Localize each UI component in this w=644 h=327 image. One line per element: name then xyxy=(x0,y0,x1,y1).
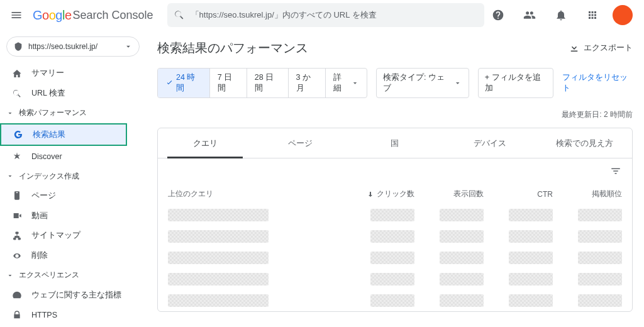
redacted-query xyxy=(168,230,269,243)
bell-icon xyxy=(555,9,567,21)
redacted-value xyxy=(440,230,484,243)
sidebar-label: ウェブに関する主な指標 xyxy=(31,290,121,301)
redacted-value xyxy=(578,230,622,243)
download-icon xyxy=(569,42,580,53)
col-impressions[interactable]: 表示回数 xyxy=(414,189,484,199)
lock-icon xyxy=(12,310,22,320)
help-button[interactable] xyxy=(487,4,509,26)
google-wordmark: Google xyxy=(33,8,72,23)
export-button[interactable]: エクスポート xyxy=(569,42,633,53)
sidebar-item-cwv[interactable]: ウェブに関する主な指標 xyxy=(0,285,135,304)
sidebar-section-experience[interactable]: エクスペリエンス xyxy=(0,267,146,284)
notifications-button[interactable] xyxy=(550,4,572,26)
dimension-tab[interactable]: 国 xyxy=(348,128,443,158)
col-query[interactable]: 上位のクエリ xyxy=(168,189,345,199)
menu-button[interactable] xyxy=(5,4,28,26)
redacted-value xyxy=(440,273,484,285)
redacted-value xyxy=(578,209,622,221)
redacted-value xyxy=(509,252,553,264)
col-position[interactable]: 掲載順位 xyxy=(553,189,622,199)
table-row[interactable] xyxy=(158,226,632,247)
add-filter-button[interactable]: + フィルタを追加 xyxy=(478,68,553,98)
sidebar-label: 動画 xyxy=(31,211,48,221)
check-icon xyxy=(165,79,174,87)
date-range-option[interactable]: 24 時間 xyxy=(158,69,210,97)
add-filter-label: + フィルタを追加 xyxy=(485,72,547,94)
table-row[interactable] xyxy=(158,204,632,226)
date-range-option[interactable]: 7 日間 xyxy=(210,69,247,97)
chevron-down-icon xyxy=(351,79,359,87)
search-type-label: 検索タイプ: ウェブ xyxy=(383,72,450,94)
sidebar-item-discover[interactable]: Discover xyxy=(0,147,135,166)
g-logo-icon xyxy=(13,130,23,140)
chevron-down-icon xyxy=(6,272,14,279)
redacted-value xyxy=(578,294,622,307)
dimension-tab[interactable]: クエリ xyxy=(158,128,253,158)
redacted-value xyxy=(578,252,622,264)
sitemap-icon xyxy=(12,231,22,241)
table-row[interactable] xyxy=(158,290,632,311)
col-clicks-label: クリック数 xyxy=(377,189,414,199)
dimension-tab[interactable]: 検索での見え方 xyxy=(537,128,632,158)
search-icon xyxy=(174,9,185,21)
sidebar-label: 検索結果 xyxy=(33,130,65,140)
search-type-chip[interactable]: 検索タイプ: ウェブ xyxy=(376,68,469,98)
users-button[interactable] xyxy=(518,4,541,26)
redacted-value xyxy=(370,273,414,285)
sidebar-label: 削除 xyxy=(31,250,48,261)
date-range-option[interactable]: 28 日間 xyxy=(247,69,289,97)
chevron-down-icon xyxy=(124,42,133,51)
reset-filters-link[interactable]: フィルタをリセット xyxy=(562,72,633,94)
date-range-label: 詳細 xyxy=(333,72,348,94)
eye-off-icon xyxy=(12,251,22,261)
sidebar-section-label: エクスペリエンス xyxy=(19,270,79,280)
sidebar-item-search-results[interactable]: 検索結果 xyxy=(1,125,126,145)
apps-grid-icon xyxy=(587,9,598,21)
redacted-value xyxy=(509,273,553,285)
data-card: クエリページ国デバイス検索での見え方 上位のクエリ クリック数 表示回数 CTR… xyxy=(157,128,633,312)
people-icon xyxy=(523,9,536,21)
sidebar-item-https[interactable]: HTTPS xyxy=(0,306,135,324)
sidebar-label: ページ xyxy=(31,191,56,201)
sidebar-item-videos[interactable]: 動画 xyxy=(0,206,135,225)
sidebar: https://seo.tsukrel.jp/ サマリー URL 検査 検索パフ… xyxy=(0,30,146,327)
redacted-value xyxy=(370,294,414,307)
dimension-tab[interactable]: デバイス xyxy=(442,128,537,158)
table-filter-button[interactable] xyxy=(607,162,625,180)
sidebar-item-sitemaps[interactable]: サイトマップ xyxy=(0,226,135,245)
url-inspect-searchbar[interactable]: 「https://seo.tsukrel.jp/」内のすべての URL を検査 xyxy=(167,3,484,27)
search-placeholder: 「https://seo.tsukrel.jp/」内のすべての URL を検査 xyxy=(191,9,377,21)
account-avatar[interactable] xyxy=(613,5,633,25)
date-range-option[interactable]: 3 か月 xyxy=(289,69,326,97)
property-selector[interactable]: https://seo.tsukrel.jp/ xyxy=(6,36,140,57)
help-icon xyxy=(492,9,504,21)
table-row[interactable] xyxy=(158,247,632,269)
hamburger-icon xyxy=(10,9,23,21)
sidebar-item-summary[interactable]: サマリー xyxy=(0,64,135,83)
sidebar-item-removals[interactable]: 削除 xyxy=(0,247,135,265)
sidebar-item-url-inspect[interactable]: URL 検査 xyxy=(0,84,135,103)
col-ctr[interactable]: CTR xyxy=(484,189,553,199)
export-label: エクスポート xyxy=(584,42,633,53)
dimension-tabs: クエリページ国デバイス検索での見え方 xyxy=(158,128,632,158)
chevron-down-icon xyxy=(6,172,14,180)
apps-button[interactable] xyxy=(581,4,604,26)
home-icon xyxy=(12,69,22,79)
date-range-option[interactable]: 詳細 xyxy=(326,69,367,97)
redacted-query xyxy=(168,294,269,307)
asterisk-icon xyxy=(12,152,22,162)
sidebar-section-label: 検索パフォーマンス xyxy=(19,108,87,118)
video-icon xyxy=(12,211,22,221)
col-clicks[interactable]: クリック数 xyxy=(345,189,414,199)
dimension-tab[interactable]: ページ xyxy=(253,128,348,158)
table-row[interactable] xyxy=(158,269,632,290)
sidebar-section-indexing[interactable]: インデックス作成 xyxy=(0,167,146,185)
chevron-down-icon xyxy=(453,79,462,87)
sidebar-section-performance[interactable]: 検索パフォーマンス xyxy=(0,104,146,122)
date-range-label: 28 日間 xyxy=(255,72,280,94)
redacted-value xyxy=(509,230,553,243)
property-url: https://seo.tsukrel.jp/ xyxy=(28,42,119,51)
redacted-value xyxy=(440,294,484,307)
product-name: Search Console xyxy=(73,9,153,22)
sidebar-item-pages[interactable]: ページ xyxy=(0,186,135,205)
